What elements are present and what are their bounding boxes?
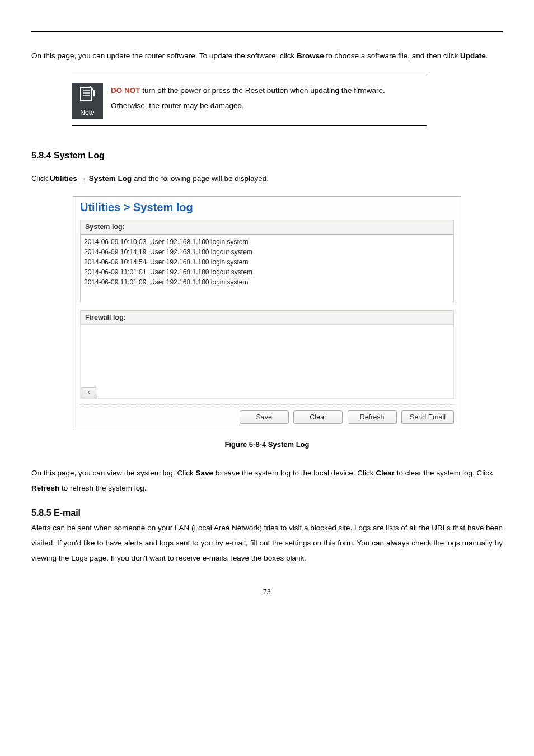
firewall-log-header: Firewall log: (80, 310, 454, 325)
click-syslog: System Log (89, 174, 132, 183)
intro-paragraph: On this page, you can update the router … (31, 48, 503, 63)
intro-text-b: to choose a software file, and then clic… (324, 52, 460, 60)
para2: On this page, you can view the system lo… (31, 465, 503, 496)
system-log-header: System log: (80, 220, 454, 234)
heading-585: 5.8.5 E-mail (31, 508, 503, 518)
screenshot-panel: Utilities > System log System log: 2014-… (73, 196, 461, 430)
intro-text-a: On this page, you can update the router … (31, 52, 297, 60)
p2-b: to save the system log to the local devi… (213, 469, 376, 477)
intro-browse: Browse (297, 52, 324, 60)
note-do-not: DO NOT (111, 86, 140, 95)
note-icon-label: Note (80, 109, 94, 116)
note-icon: Note (72, 83, 103, 119)
p2-c: to clear the system log. Click (395, 469, 493, 477)
system-log-textarea[interactable]: 2014-06-09 10:10:03 User 192.168.1.100 l… (80, 234, 454, 302)
refresh-button[interactable]: Refresh (348, 410, 397, 424)
note-line2: Otherwise, the router may be damaged. (111, 101, 244, 110)
click-b: and the following page will be displayed… (132, 174, 269, 183)
intro-update: Update (460, 52, 486, 60)
heading-584: 5.8.4 System Log (31, 151, 503, 161)
page-number: -73- (31, 588, 503, 596)
firewall-log-textarea[interactable]: ‹ (80, 325, 454, 399)
note-text: DO NOT turn off the power or press the R… (111, 83, 427, 119)
scroll-glyph: ‹ (88, 388, 90, 396)
top-rule (31, 31, 503, 32)
note-bottom-rule (72, 125, 427, 126)
click-a: Click (31, 174, 50, 183)
clear-button[interactable]: Clear (293, 410, 343, 424)
note-block: Note DO NOT turn off the power or press … (72, 76, 427, 126)
button-row: Save Clear Refresh Send Email (80, 404, 454, 424)
p2-a: On this page, you can view the system lo… (31, 469, 195, 477)
p2-clear: Clear (376, 469, 395, 477)
p2-d: to refresh the system log. (59, 484, 146, 492)
p2-refresh: Refresh (31, 484, 59, 492)
screenshot-title: Utilities > System log (80, 201, 454, 216)
click-arrow: → (77, 174, 89, 183)
intro-period: . (486, 52, 488, 60)
send-email-button[interactable]: Send Email (401, 410, 454, 424)
p2-save: Save (195, 469, 213, 477)
email-para: Alerts can be sent when someone on your … (31, 520, 503, 566)
svg-rect-0 (81, 87, 92, 101)
save-button[interactable]: Save (240, 410, 289, 424)
figure-caption: Figure 5-8-4 System Log (31, 440, 503, 449)
click-line: Click Utilities → System Log and the fol… (31, 171, 503, 186)
scroll-left-stub[interactable]: ‹ (81, 387, 97, 398)
note-line1-rest: turn off the power or press the Reset bu… (140, 86, 385, 95)
click-utilities: Utilities (50, 174, 77, 183)
